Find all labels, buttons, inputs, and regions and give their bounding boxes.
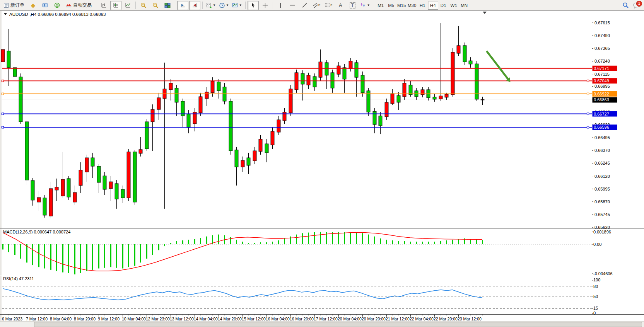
new-order-button[interactable]: 新订单	[1, 1, 27, 10]
svg-text:100: 100	[593, 278, 600, 282]
tab-timeframe-M30[interactable]: M30	[407, 1, 417, 10]
mt4-window: 新订单 ◆ 自动交易	[0, 0, 644, 327]
indicators-button[interactable]: ▼	[205, 1, 217, 10]
autotrade-button[interactable]: 自动交易	[63, 1, 94, 10]
search-button[interactable]	[620, 1, 631, 10]
scrollbar-thumb[interactable]	[34, 322, 642, 327]
candle-body	[331, 73, 334, 88]
text-tool-button[interactable]: A	[335, 1, 346, 10]
tab-timeframe-H4[interactable]: H4	[428, 1, 438, 10]
time-label: 16 Mar 04:00	[266, 317, 290, 321]
text-label-tool-button[interactable]: T	[347, 1, 358, 10]
auto-scroll-button[interactable]	[177, 1, 188, 10]
line-handle	[587, 113, 589, 115]
autotrade-icon	[66, 3, 72, 8]
candle-body	[337, 66, 340, 74]
signals-button[interactable]	[51, 1, 63, 10]
candle-body	[67, 179, 70, 197]
time-label: 15 Mar 12:00	[242, 317, 266, 321]
chat-button[interactable]: 1	[632, 1, 641, 10]
zoom-out-button[interactable]	[150, 1, 161, 10]
svg-text:0.66245: 0.66245	[594, 161, 610, 165]
notification-badge: 1	[636, 1, 642, 7]
svg-text:0.67615: 0.67615	[594, 20, 610, 25]
chart-shift-button[interactable]	[189, 1, 200, 10]
vline-tool-button[interactable]	[275, 1, 286, 10]
tab-timeframe-D1[interactable]: D1	[438, 1, 449, 10]
candle-body	[325, 63, 328, 75]
indicators-icon	[206, 2, 212, 8]
candle-body	[151, 109, 154, 122]
line-handle	[587, 126, 589, 128]
arrows-tool-button[interactable]: ▼	[359, 1, 371, 10]
tab-timeframe-M1[interactable]: M1	[376, 1, 386, 10]
zoom-in-button[interactable]	[138, 1, 149, 10]
time-label: 22 Mar 04:00	[410, 317, 434, 321]
cursor-tool-button[interactable]	[248, 1, 259, 10]
time-label: 6 Mar 2023	[2, 317, 22, 321]
time-label: 12 Mar 23:00	[146, 317, 170, 321]
svg-text:0.65995: 0.65995	[594, 187, 610, 191]
time-label: 14 Mar 20:00	[218, 317, 242, 321]
tab-timeframe-M5[interactable]: M5	[386, 1, 396, 10]
tile-windows-button[interactable]	[162, 1, 173, 10]
time-label: 20 Mar 20:00	[362, 317, 386, 321]
candle-body	[277, 120, 280, 132]
tab-timeframe-MN[interactable]: MN	[459, 1, 470, 10]
trendline-icon	[302, 2, 307, 8]
candle-body	[43, 198, 46, 215]
candle-body	[451, 52, 454, 95]
candle-body	[379, 116, 382, 126]
crosshair-icon	[262, 2, 268, 8]
line-chart-mode-button[interactable]	[122, 1, 133, 10]
crosshair-tool-button[interactable]	[260, 1, 271, 10]
chart-canvas[interactable]: 0.676150.674900.673650.672400.671150.669…	[0, 0, 644, 327]
gold-gem-icon: ◆	[31, 2, 36, 8]
candle-body	[1, 49, 5, 62]
fibonacci-tool-button[interactable]: F	[323, 1, 334, 10]
trendline-tool-button[interactable]	[299, 1, 310, 10]
candle-body	[253, 151, 256, 161]
periods-button[interactable]: ▼	[218, 1, 230, 10]
candle-body	[385, 102, 388, 117]
arrows-shapes-icon	[360, 2, 366, 8]
time-label: 9 Mar 12:00	[98, 317, 120, 321]
svg-text:0.65745: 0.65745	[594, 212, 610, 217]
candle-body	[109, 182, 113, 189]
toolbar-separator	[273, 2, 273, 9]
horizontal-scrollbar[interactable]	[0, 321, 644, 327]
channel-tool-button[interactable]: E	[311, 1, 322, 10]
candle-body	[187, 114, 190, 128]
candle-body	[217, 82, 220, 91]
market-watch-button[interactable]: ◆	[27, 1, 39, 10]
time-label: 14 Mar 04:00	[194, 317, 218, 321]
candle-chart-mode-button[interactable]	[110, 1, 121, 10]
candle-body	[145, 122, 149, 149]
candle-body	[127, 152, 130, 198]
line-handle	[2, 80, 4, 82]
tab-timeframe-H1[interactable]: H1	[417, 1, 428, 10]
toolbar-separator	[245, 2, 246, 9]
candle-body	[373, 111, 376, 124]
time-label: 7 Mar 12:00	[26, 317, 48, 321]
zoom-out-icon	[152, 2, 159, 9]
chart-shift-icon	[192, 3, 198, 8]
tab-timeframe-W1[interactable]: W1	[449, 1, 459, 10]
line-handle	[2, 126, 4, 128]
bar-chart-mode-button[interactable]	[98, 1, 109, 10]
candle-body	[7, 51, 10, 68]
time-label: 10 Mar 04:00	[122, 317, 146, 321]
hline-tool-button[interactable]	[287, 1, 298, 10]
svg-text:0.00: 0.00	[593, 242, 601, 247]
templates-button[interactable]: ▼	[231, 1, 243, 10]
toolbar-separator	[202, 2, 203, 9]
candle-body	[19, 77, 22, 122]
svg-text:0.66727: 0.66727	[594, 112, 609, 116]
strategy-tester-button[interactable]	[39, 1, 51, 10]
candle-body	[265, 144, 268, 153]
timeframe-group: M1M5M15M30H1H4D1W1MN	[376, 1, 470, 10]
candlestick-icon	[113, 2, 119, 8]
horizontal-line-icon	[289, 3, 296, 8]
tab-timeframe-M15[interactable]: M15	[396, 1, 407, 10]
candle-body	[391, 94, 394, 104]
